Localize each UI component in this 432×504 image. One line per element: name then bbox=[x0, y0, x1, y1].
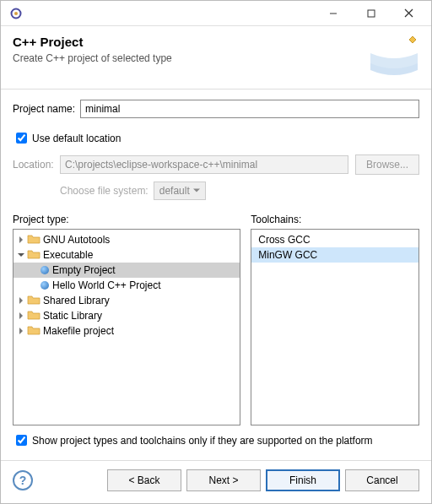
show-supported-label: Show project types and toolchains only i… bbox=[32, 435, 373, 447]
filesystem-value: default bbox=[159, 185, 190, 197]
chevron-right-icon[interactable] bbox=[15, 310, 27, 322]
wizard-subtitle: Create C++ project of selected type bbox=[13, 52, 369, 64]
help-button[interactable]: ? bbox=[13, 470, 33, 490]
back-button[interactable]: < Back bbox=[107, 469, 181, 491]
filesystem-combo: default bbox=[154, 182, 206, 200]
chevron-right-icon[interactable] bbox=[15, 325, 27, 337]
tree-item-makefile-project[interactable]: Makefile project bbox=[14, 323, 240, 339]
location-label: Location: bbox=[13, 159, 60, 171]
cancel-button[interactable]: Cancel bbox=[345, 469, 419, 491]
chevron-right-icon[interactable] bbox=[15, 295, 27, 306]
tree-item-label: GNU Autotools bbox=[43, 234, 110, 246]
minimize-button[interactable] bbox=[314, 2, 352, 25]
tree-item-label: Empty Project bbox=[52, 264, 116, 276]
toolchain-label: MinGW GCC bbox=[258, 249, 317, 261]
dialog-window: C++ Project Create C++ project of select… bbox=[0, 0, 432, 504]
wizard-content: Project name: Use default location Locat… bbox=[1, 89, 431, 457]
chevron-right-icon[interactable] bbox=[15, 234, 27, 246]
project-name-input[interactable] bbox=[80, 100, 419, 118]
tree-item-shared-library[interactable]: Shared Library bbox=[14, 293, 240, 308]
folder-icon bbox=[27, 295, 40, 306]
tree-item-label: Executable bbox=[43, 249, 93, 261]
use-default-location-checkbox[interactable] bbox=[16, 133, 27, 144]
show-supported-checkbox[interactable] bbox=[16, 435, 27, 446]
button-bar: ? < Back Next > Finish Cancel bbox=[1, 461, 431, 503]
folder-icon bbox=[27, 310, 40, 322]
wizard-banner-icon bbox=[369, 35, 419, 77]
tree-item-label: Shared Library bbox=[43, 295, 110, 306]
help-icon: ? bbox=[19, 474, 27, 487]
tree-item-executable[interactable]: Executable bbox=[14, 247, 240, 263]
finish-button[interactable]: Finish bbox=[266, 469, 340, 491]
tree-item-hello-world[interactable]: Hello World C++ Project bbox=[14, 278, 240, 293]
tree-item-empty-project[interactable]: Empty Project bbox=[14, 263, 240, 278]
tree-item-gnu-autotools[interactable]: GNU Autotools bbox=[14, 232, 240, 247]
svg-rect-3 bbox=[368, 10, 375, 17]
template-icon bbox=[40, 266, 49, 274]
toolchain-item-cross-gcc[interactable]: Cross GCC bbox=[251, 232, 418, 247]
folder-icon bbox=[27, 249, 40, 261]
project-type-label: Project type: bbox=[13, 214, 240, 225]
svg-point-1 bbox=[14, 12, 18, 15]
tree-item-label: Hello World C++ Project bbox=[52, 279, 161, 291]
wizard-header: C++ Project Create C++ project of select… bbox=[1, 26, 431, 89]
wizard-title: C++ Project bbox=[13, 35, 369, 49]
app-icon bbox=[9, 7, 23, 20]
folder-icon bbox=[27, 234, 40, 246]
tree-item-static-library[interactable]: Static Library bbox=[14, 308, 240, 323]
project-type-tree[interactable]: GNU Autotools Executable Empty Project bbox=[13, 229, 240, 425]
maximize-button[interactable] bbox=[352, 2, 390, 25]
toolchain-label: Cross GCC bbox=[258, 234, 310, 246]
tree-item-label: Static Library bbox=[43, 310, 102, 322]
tree-item-label: Makefile project bbox=[43, 325, 114, 337]
browse-button: Browse... bbox=[355, 154, 419, 175]
titlebar bbox=[1, 1, 431, 26]
use-default-location-label: Use default location bbox=[32, 133, 121, 144]
folder-icon bbox=[27, 325, 40, 337]
toolchain-item-mingw-gcc[interactable]: MinGW GCC bbox=[251, 247, 418, 263]
toolchains-label: Toolchains: bbox=[251, 214, 419, 225]
chevron-down-icon[interactable] bbox=[15, 249, 27, 261]
next-button[interactable]: Next > bbox=[186, 469, 261, 491]
close-button[interactable] bbox=[390, 2, 428, 25]
location-input bbox=[60, 155, 348, 174]
project-name-label: Project name: bbox=[13, 103, 75, 115]
toolchains-list[interactable]: Cross GCC MinGW GCC bbox=[251, 229, 419, 425]
filesystem-label: Choose file system: bbox=[60, 185, 148, 197]
template-icon bbox=[40, 281, 49, 290]
